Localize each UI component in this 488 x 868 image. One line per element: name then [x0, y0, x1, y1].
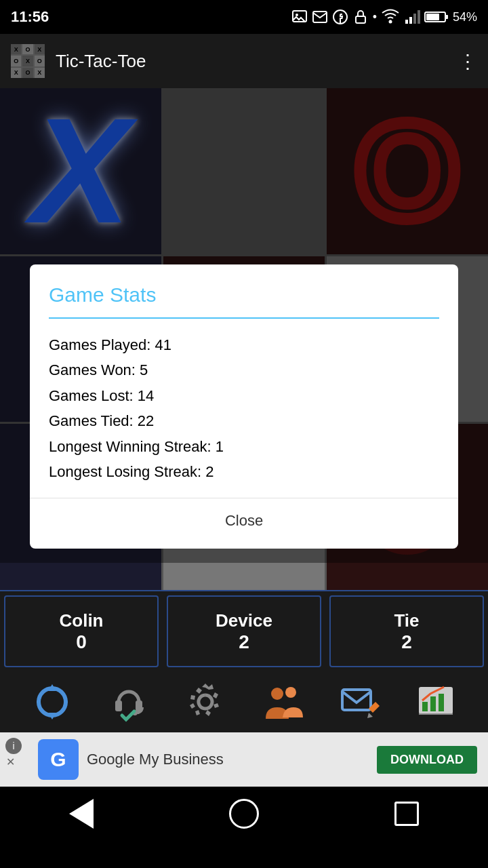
stat-games-played: Games Played: 41	[49, 332, 439, 357]
ad-download-button[interactable]: DOWNLOAD	[377, 746, 477, 774]
svg-rect-12	[426, 14, 439, 20]
status-time: 11:56	[11, 8, 49, 26]
score-colin-label: Colin	[60, 610, 104, 631]
score-tie-value: 2	[401, 631, 412, 653]
overflow-menu-icon[interactable]: ⋮	[458, 50, 477, 73]
status-bar: 11:56 •	[0, 0, 488, 34]
svg-rect-4	[356, 16, 365, 23]
refresh-icon	[32, 682, 73, 722]
svg-rect-20	[342, 690, 371, 710]
refresh-button[interactable]	[28, 677, 77, 726]
svg-rect-6	[405, 20, 408, 24]
settings-icon	[185, 682, 226, 722]
stat-losing-streak: Longest Losing Streak: 2	[49, 459, 439, 484]
score-colin: Colin 0	[4, 595, 159, 667]
score-tie: Tie 2	[329, 595, 484, 667]
ad-info-icon[interactable]: i	[5, 738, 22, 754]
dialog-title: Game Stats	[30, 264, 458, 317]
stat-winning-streak: Longest Winning Streak: 1	[49, 434, 439, 459]
dialog-actions: Close	[30, 498, 458, 549]
ad-logo: G	[38, 739, 79, 780]
svg-rect-15	[115, 701, 122, 711]
settings-button[interactable]	[181, 677, 230, 726]
stat-games-won: Games Won: 5	[49, 357, 439, 382]
facebook-icon	[332, 9, 348, 25]
svg-rect-22	[422, 702, 428, 711]
score-tie-label: Tie	[394, 610, 419, 631]
players-icon	[262, 682, 303, 722]
headset-icon	[108, 682, 149, 722]
ad-logo-letter: G	[50, 748, 66, 771]
home-icon	[229, 799, 259, 829]
svg-rect-7	[409, 17, 412, 24]
bottom-toolbar	[0, 671, 488, 732]
image-icon	[291, 9, 308, 25]
svg-rect-9	[418, 10, 420, 24]
app-icon: X O X O X O X O X	[11, 44, 45, 78]
back-button[interactable]	[54, 793, 108, 834]
stat-games-lost: Games Lost: 14	[49, 383, 439, 408]
svg-rect-24	[439, 694, 444, 711]
lock-icon	[352, 9, 369, 25]
stat-games-tied: Games Tied: 22	[49, 408, 439, 433]
ad-close-icon[interactable]: ✕	[6, 755, 15, 768]
gmail-icon	[312, 9, 328, 25]
svg-rect-11	[445, 15, 448, 19]
svg-rect-8	[413, 14, 416, 24]
score-device-value: 2	[239, 631, 249, 653]
headset-button[interactable]	[104, 677, 153, 726]
ad-app-name: Google My Business	[87, 751, 369, 768]
score-device: Device 2	[167, 595, 321, 667]
home-button[interactable]	[217, 793, 271, 834]
svg-point-19	[285, 687, 296, 698]
stats-icon	[415, 682, 456, 722]
stats-button[interactable]	[411, 677, 460, 726]
score-device-label: Device	[216, 610, 272, 631]
back-icon	[69, 799, 94, 829]
score-panel: Colin 0 Device 2 Tie 2	[0, 590, 488, 671]
app-title: Tic-Tac-Toe	[56, 51, 458, 72]
recents-icon	[394, 802, 419, 826]
battery-percent: 54%	[453, 10, 477, 24]
svg-point-18	[271, 688, 283, 700]
status-icons: • 54%	[291, 9, 477, 25]
svg-point-1	[296, 14, 298, 16]
signal-icon	[404, 9, 420, 25]
mail-button[interactable]	[335, 677, 384, 726]
wifi-icon	[381, 9, 400, 25]
app-bar: X O X O X O X O X Tic-Tac-Toe ⋮	[0, 34, 488, 88]
svg-point-5	[388, 20, 392, 24]
battery-icon	[424, 9, 449, 25]
mail-icon	[339, 682, 380, 722]
dot-indicator: •	[373, 10, 377, 24]
ad-banner: i ✕ G Google My Business DOWNLOAD	[0, 732, 488, 787]
svg-rect-23	[430, 696, 436, 711]
recents-button[interactable]	[380, 793, 434, 834]
score-colin-value: 0	[76, 631, 87, 653]
nav-bar	[0, 787, 488, 841]
game-stats-dialog: Game Stats Games Played: 41 Games Won: 5…	[30, 264, 458, 549]
dialog-content: Games Played: 41 Games Won: 5 Games Lost…	[30, 319, 458, 498]
players-button[interactable]	[258, 677, 307, 726]
close-button[interactable]: Close	[209, 507, 279, 535]
